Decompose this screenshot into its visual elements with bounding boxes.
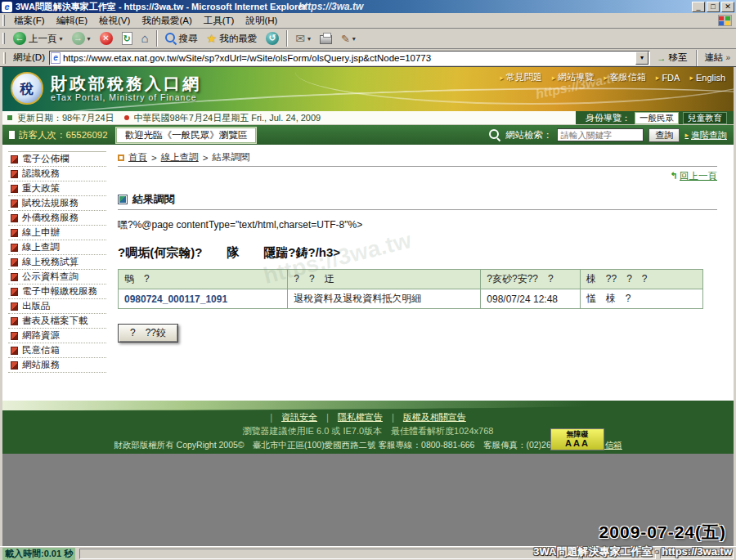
book-icon — [11, 214, 18, 222]
address-input[interactable]: e https://www.etax.nat.gov.tw/wSite/sp?x… — [49, 51, 650, 65]
advanced-search-label: 進階查詢 — [691, 129, 727, 141]
history-icon: ↺ — [266, 32, 279, 45]
sidebar-item-opinion-box[interactable]: 民意信箱 — [8, 343, 106, 358]
watermark-signature: 3WA問題解決專家工作室 - https://3wa.tw — [533, 544, 732, 559]
home-icon: ⌂ — [141, 32, 149, 45]
link-label: FDA — [662, 73, 680, 83]
favorites-label: 我的最愛 — [219, 33, 257, 45]
back-to-previous-link[interactable]: 回上一頁 — [680, 171, 717, 181]
link-mailbox[interactable]: ▸客服信箱 — [604, 71, 646, 83]
footer-link-security[interactable]: 資訊安全 — [281, 412, 317, 422]
sidebar-item-efiling[interactable]: 電子申報繳稅服務 — [8, 284, 106, 299]
status-panel — [79, 549, 578, 559]
history-button[interactable]: ↺ — [262, 29, 283, 47]
minimize-button[interactable]: _ — [692, 2, 705, 12]
go-button[interactable]: → 移至 — [654, 52, 690, 64]
sidebar-item-label: 電子申報繳稅服務 — [22, 285, 97, 298]
link-fda[interactable]: ▸FDA — [656, 71, 680, 83]
sidebar-item-tax-calc[interactable]: 線上稅務試算 — [8, 255, 106, 270]
address-dropdown[interactable]: ▾ — [635, 52, 648, 65]
home-button[interactable]: ⌂ — [137, 29, 153, 47]
back-button[interactable]: ← 上一頁 ▾ — [9, 29, 67, 47]
links-label: 連結 — [704, 52, 723, 64]
forward-button[interactable]: → ▾ — [68, 29, 95, 47]
link-label: 客服信箱 — [610, 71, 646, 83]
favorites-icon: ★ — [207, 32, 218, 45]
stop-button[interactable]: ✕ — [96, 29, 117, 47]
sidebar-item-foreigner[interactable]: 外僑稅務服務 — [8, 211, 106, 226]
dropdown-icon: ▾ — [88, 35, 91, 43]
refresh-button[interactable]: ↻ — [118, 29, 137, 47]
divider — [118, 209, 717, 210]
sidebar-item-policy[interactable]: 重大政策 — [8, 181, 106, 196]
favorites-button[interactable]: ★ 我的最愛 — [203, 29, 262, 47]
toolbar-separator — [286, 30, 288, 47]
home-bullet-icon — [118, 155, 124, 161]
sidebar-item-publications[interactable]: 出版品 — [8, 299, 106, 314]
standard-toolbar: ← 上一頁 ▾ → ▾ ✕ ↻ ⌂ 搜尋 ★ 我的最愛 ↺ ✉ — [0, 29, 736, 49]
main-area: 電子公佈欄 認識稅務 重大政策 賦稅法規服務 外僑稅務服務 線上申辦 線上查調 … — [2, 145, 734, 401]
download-button[interactable]: ? ??鉸 — [118, 324, 178, 343]
breadcrumb-home[interactable]: 首頁 — [128, 151, 147, 164]
link-sitemap[interactable]: ▸網站導覽 — [552, 71, 595, 83]
menu-view[interactable]: 檢視(V) — [93, 15, 136, 27]
sidebar-item-online-apply[interactable]: 線上申辦 — [8, 226, 106, 240]
link-faq[interactable]: ▸常見問題 — [500, 71, 542, 83]
footer-separator: ｜ — [323, 412, 332, 422]
forward-icon: → — [72, 32, 85, 45]
sidebar-item-downloads[interactable]: 書表及檔案下載 — [8, 314, 106, 329]
menu-help[interactable]: 說明(H) — [240, 15, 283, 27]
menu-tools[interactable]: 工具(T) — [198, 15, 240, 27]
update-date: 更新日期：98年7月24日 — [17, 112, 114, 124]
sidebar-item-resources[interactable]: 網路資源 — [8, 329, 106, 343]
address-label: 網址(D) — [13, 52, 45, 64]
menu-file[interactable]: 檔案(F) — [8, 15, 51, 27]
sidebar-item-tax-law[interactable]: 賦稅法規服務 — [8, 196, 106, 211]
breadcrumb-online-query[interactable]: 線上查調 — [161, 151, 199, 164]
toolbar-grip — [2, 15, 5, 26]
table-header-row: 䳇 ? ? ? 迂 ?亥砂?安?? ? 梀 ?? ? ? — [119, 270, 703, 289]
cell-query-id[interactable]: 0980724_000117_1091 — [119, 289, 288, 309]
toolbar-grip — [3, 52, 6, 64]
accessibility-badge[interactable]: 無障礙 AAA — [550, 428, 604, 450]
footer-link-copyright[interactable]: 版權及相關宣告 — [403, 412, 466, 422]
sidebar-item-public-data[interactable]: 公示資料查詢 — [8, 270, 106, 284]
book-icon — [11, 244, 18, 252]
advanced-search-link[interactable]: ▸ 進階查詢 — [684, 129, 727, 141]
site-search-button[interactable]: 查詢 — [648, 128, 680, 142]
sidebar-item-know-tax[interactable]: 認識稅務 — [8, 167, 106, 181]
edit-icon: ✎ — [341, 33, 350, 45]
current-date: 中華民國98年7月24日星期五 Fri., Jul. 24, 2009 — [134, 112, 321, 124]
garbled-heading: ?啁垢(何宗翰)? 隊 隱踹?鋳?/h3> — [118, 245, 717, 261]
link-english[interactable]: ▸English — [689, 71, 725, 83]
close-button[interactable]: ✕ — [721, 2, 734, 12]
identity-children-education[interactable]: 兒童教育 — [683, 112, 727, 124]
book-icon — [11, 361, 18, 370]
site-search-input[interactable] — [557, 128, 644, 141]
print-button[interactable] — [316, 29, 336, 47]
menu-edit[interactable]: 編輯(E) — [51, 15, 93, 27]
menu-favorites[interactable]: 我的最愛(A) — [136, 15, 197, 27]
back-arrow-icon: ↰ — [670, 170, 678, 181]
sidebar-item-bulletin[interactable]: 電子公佈欄 — [8, 152, 106, 167]
maximize-button[interactable]: □ — [707, 2, 720, 12]
mail-button[interactable]: ✉ ▾ — [291, 29, 315, 47]
sidebar-item-online-query[interactable]: 線上查調 — [8, 240, 106, 255]
sidebar-item-site-service[interactable]: 網站服務 — [8, 358, 106, 373]
links-button[interactable]: 連結 » — [704, 52, 734, 64]
sidebar-item-label: 外僑稅務服務 — [22, 212, 79, 224]
arrow-icon: ▸ — [684, 131, 689, 139]
footer-decoration — [2, 401, 734, 410]
cell-action-link[interactable]: 㦈 梀 ? — [580, 289, 702, 309]
arrow-icon: ▸ — [656, 74, 660, 82]
sidebar-item-label: 出版品 — [22, 300, 51, 312]
search-toolbar-button[interactable]: 搜尋 — [161, 29, 202, 47]
footer-link-privacy[interactable]: 隱私權宣告 — [338, 412, 383, 422]
sidebar-item-label: 網路資源 — [22, 329, 60, 342]
identity-general-public[interactable]: 一般民眾 — [635, 112, 679, 124]
section-header: 結果調閱 — [118, 192, 717, 207]
edit-button[interactable]: ✎ ▾ — [337, 29, 360, 47]
sidebar-item-label: 書表及檔案下載 — [22, 315, 88, 327]
ie-logo-icon: e — [2, 2, 12, 12]
book-icon — [11, 229, 18, 237]
